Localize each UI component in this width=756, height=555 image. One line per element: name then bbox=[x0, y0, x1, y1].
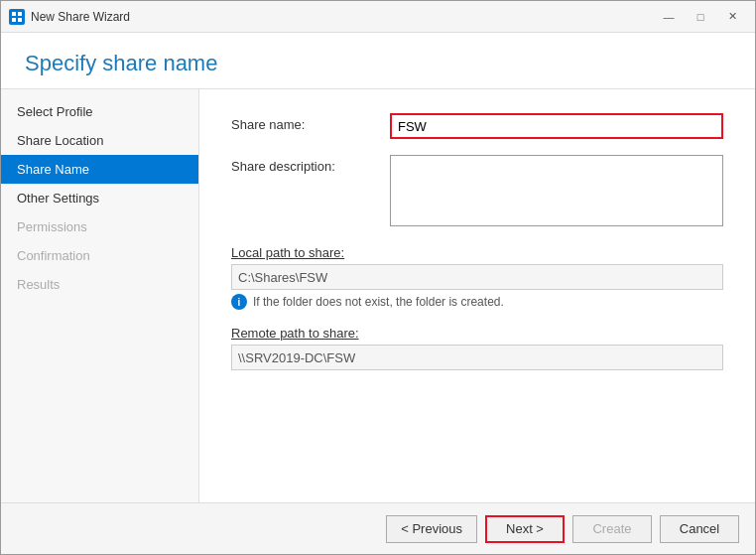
svg-rect-1 bbox=[18, 12, 22, 16]
form-content: Share name: Share description: Local pat… bbox=[199, 89, 755, 502]
share-description-label: Share description: bbox=[231, 155, 390, 174]
svg-rect-3 bbox=[18, 18, 22, 22]
maximize-button[interactable]: □ bbox=[686, 7, 715, 27]
sidebar-item-select-profile[interactable]: Select Profile bbox=[1, 97, 198, 126]
create-button[interactable]: Create bbox=[572, 515, 652, 543]
sidebar: Select Profile Share Location Share Name… bbox=[1, 89, 199, 502]
svg-rect-2 bbox=[12, 18, 16, 22]
local-path-label: Local path to share: bbox=[231, 245, 723, 260]
share-description-input[interactable] bbox=[390, 155, 723, 226]
info-icon: i bbox=[231, 294, 247, 310]
app-icon bbox=[9, 9, 25, 25]
local-path-note: i If the folder does not exist, the fold… bbox=[231, 294, 723, 310]
share-name-control bbox=[390, 113, 723, 139]
minimize-button[interactable]: — bbox=[654, 7, 684, 27]
local-path-row: Local path to share: C:\Shares\FSW i If … bbox=[231, 245, 723, 310]
body-row: Select Profile Share Location Share Name… bbox=[1, 89, 755, 502]
footer: < Previous Next > Create Cancel bbox=[1, 502, 755, 554]
sidebar-item-share-location[interactable]: Share Location bbox=[1, 126, 198, 155]
local-path-value: C:\Shares\FSW bbox=[231, 264, 723, 290]
svg-rect-0 bbox=[12, 12, 16, 16]
remote-path-row: Remote path to share: \\SRV2019-DC\FSW bbox=[231, 326, 723, 370]
share-name-input[interactable] bbox=[390, 113, 723, 139]
remote-path-label: Remote path to share: bbox=[231, 326, 723, 341]
title-bar: New Share Wizard — □ ✕ bbox=[1, 1, 755, 33]
window-title: New Share Wizard bbox=[31, 10, 654, 24]
previous-button[interactable]: < Previous bbox=[386, 515, 477, 543]
window-controls: — □ ✕ bbox=[654, 7, 747, 27]
sidebar-item-permissions: Permissions bbox=[1, 212, 198, 241]
local-path-note-text: If the folder does not exist, the folder… bbox=[253, 295, 504, 309]
share-description-control bbox=[390, 155, 723, 229]
main-body: Specify share name Select Profile Share … bbox=[1, 33, 755, 502]
share-name-row: Share name: bbox=[231, 113, 723, 139]
share-description-row: Share description: bbox=[231, 155, 723, 229]
remote-path-value: \\SRV2019-DC\FSW bbox=[231, 345, 723, 370]
sidebar-item-results: Results bbox=[1, 270, 198, 299]
page-header: Specify share name bbox=[1, 33, 755, 89]
share-name-label: Share name: bbox=[231, 113, 390, 132]
sidebar-item-other-settings[interactable]: Other Settings bbox=[1, 184, 198, 212]
page-title: Specify share name bbox=[25, 51, 731, 76]
sidebar-item-share-name[interactable]: Share Name bbox=[1, 155, 198, 184]
sidebar-item-confirmation: Confirmation bbox=[1, 241, 198, 270]
cancel-button[interactable]: Cancel bbox=[660, 515, 739, 543]
window: New Share Wizard — □ ✕ Specify share nam… bbox=[0, 0, 756, 555]
close-button[interactable]: ✕ bbox=[717, 7, 747, 27]
next-button[interactable]: Next > bbox=[485, 515, 565, 543]
